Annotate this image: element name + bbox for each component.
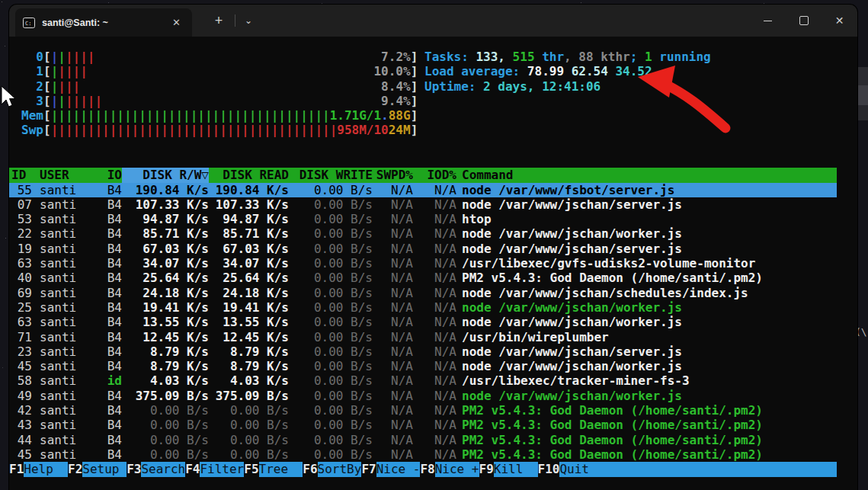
fkey-f4[interactable]: F4 <box>185 462 200 476</box>
column-header-disk-r-w-[interactable]: DISK R/W▽ <box>122 168 209 182</box>
process-row[interactable]: 53santiB494.87 K/s94.87 K/s0.00 B/sN/AN/… <box>9 212 837 226</box>
column-header-disk-write[interactable]: DISK WRITE <box>289 168 373 182</box>
process-row[interactable]: 19santiB467.03 K/s67.03 K/s0.00 B/sN/AN/… <box>9 242 837 256</box>
fkey-f10[interactable]: F10 <box>538 462 560 476</box>
cell: N/A <box>413 373 456 388</box>
fkey-f9[interactable]: F9 <box>479 462 494 476</box>
column-header-disk-read[interactable]: DISK READ <box>209 168 289 182</box>
minimize-button[interactable] <box>750 5 786 37</box>
cell: 0.00 B/s <box>289 403 373 418</box>
cell: node /var/www/jschan/worker.js <box>456 300 837 315</box>
process-row[interactable]: 63santiB413.55 K/s13.55 K/s0.00 B/sN/AN/… <box>9 315 837 329</box>
maximize-button[interactable] <box>786 5 822 37</box>
fkey-f2[interactable]: F2 <box>68 462 82 476</box>
fkey-label-search[interactable]: Search <box>141 462 185 476</box>
cell: 19 <box>9 242 32 256</box>
tab-dropdown-button[interactable]: ⌄ <box>239 12 258 29</box>
fkey-label-filter[interactable]: Filter <box>200 462 244 476</box>
htop-summary: Tasks: 133, 515 thr, 88 kthr; 1 runningL… <box>424 50 711 94</box>
fkey-label-kill[interactable]: Kill <box>494 462 538 476</box>
cell: B4 <box>97 433 122 447</box>
title-bar[interactable]: C: santi@Santi: ~ ✕ + ⌄ ✕ <box>9 5 857 37</box>
cell: N/A <box>373 197 413 212</box>
fkey-label-tree[interactable]: Tree <box>259 462 303 476</box>
cell: N/A <box>373 286 413 300</box>
process-row[interactable]: 69santiB424.18 K/s24.18 K/s0.00 B/sN/AN/… <box>9 286 837 300</box>
cell: N/A <box>373 315 413 329</box>
process-row[interactable]: 40santiB425.64 K/s25.64 K/s0.00 B/sN/AN/… <box>9 271 837 285</box>
fkey-label-quit[interactable]: Quit <box>559 462 604 476</box>
cell: N/A <box>413 447 456 462</box>
process-row[interactable]: 25santiB419.41 K/s19.41 K/s0.00 B/sN/AN/… <box>9 300 837 315</box>
cell: B4 <box>97 226 122 241</box>
cell: B4 <box>97 359 122 373</box>
process-row[interactable]: 71santiB412.45 K/s12.45 K/s0.00 B/sN/AN/… <box>9 330 837 344</box>
fkey-label-help[interactable]: Help <box>24 462 68 476</box>
fkey-label-sortby[interactable]: SortBy <box>318 462 362 476</box>
cell: santi <box>32 433 97 447</box>
process-row[interactable]: 43santiB40.00 B/s0.00 B/s0.00 B/sN/AN/AP… <box>9 418 837 432</box>
cell: 12.45 K/s <box>122 330 209 344</box>
cell: 67.03 K/s <box>209 242 289 256</box>
cell: 63 <box>9 256 32 271</box>
process-row[interactable]: 23santiB48.79 K/s8.79 K/s0.00 B/sN/AN/An… <box>9 344 837 359</box>
fkey-label-nice-[interactable]: Nice - <box>376 462 421 476</box>
fkey-f5[interactable]: F5 <box>244 462 258 476</box>
cell: 375.09 B/s <box>209 389 289 403</box>
meter-line: Swp[||||||||||||||||||||||||||||||||||||… <box>21 123 418 137</box>
column-header-swpd-[interactable]: SWPD% <box>373 168 413 182</box>
cell: /usr/bin/wireplumber <box>456 330 837 344</box>
cell: 0.00 B/s <box>289 344 373 359</box>
cell: 0.00 B/s <box>289 447 373 462</box>
cell: santi <box>32 197 97 212</box>
cell: 0.00 B/s <box>289 300 373 315</box>
cell: 23 <box>9 344 32 359</box>
cell: 19.41 K/s <box>122 300 209 315</box>
cell: 8.79 K/s <box>209 344 289 359</box>
column-header-io[interactable]: IO <box>97 168 122 182</box>
cell: N/A <box>413 256 456 271</box>
column-header-id[interactable]: ID <box>9 168 32 182</box>
fkey-f3[interactable]: F3 <box>127 462 141 476</box>
cell: N/A <box>373 183 413 197</box>
cell: N/A <box>373 433 413 447</box>
fkey-f1[interactable]: F1 <box>9 462 24 476</box>
process-row[interactable]: 22santiB485.71 K/s85.71 K/s0.00 B/sN/AN/… <box>9 226 837 241</box>
cell: N/A <box>413 344 456 359</box>
close-window-button[interactable]: ✕ <box>822 5 857 37</box>
fkey-f8[interactable]: F8 <box>420 462 434 476</box>
column-header-command[interactable]: Command <box>456 168 837 182</box>
fkey-label-setup[interactable]: Setup <box>82 462 127 476</box>
cell: santi <box>32 389 97 403</box>
fkey-label-nice-[interactable]: Nice + <box>435 462 479 476</box>
terminal-tab[interactable]: C: santi@Santi: ~ ✕ <box>15 8 192 37</box>
process-row[interactable]: 58santiid4.03 K/s4.03 K/s0.00 B/sN/AN/A/… <box>9 373 837 388</box>
column-header-user[interactable]: USER <box>32 168 97 182</box>
process-row[interactable]: 55santiB4190.84 K/s190.84 K/s0.00 B/sN/A… <box>9 183 837 197</box>
process-row[interactable]: 45santiB40.00 B/s0.00 B/s0.00 B/sN/AN/AP… <box>9 447 837 462</box>
process-row[interactable]: 44santiB40.00 B/s0.00 B/s0.00 B/sN/AN/AP… <box>9 433 837 447</box>
cell: node /var/www/jschan/schedules/index.js <box>456 286 837 300</box>
column-header-iod-[interactable]: IOD% <box>413 168 456 182</box>
cell: N/A <box>373 418 413 432</box>
cell: 0.00 B/s <box>122 418 209 432</box>
process-row[interactable]: 63santiB434.07 K/s34.07 K/s0.00 B/sN/AN/… <box>9 256 837 271</box>
process-row[interactable]: 42santiB40.00 B/s0.00 B/s0.00 B/sN/AN/AP… <box>9 403 837 418</box>
cell: 0.00 B/s <box>289 271 373 285</box>
cell: 34.07 K/s <box>209 256 289 271</box>
new-tab-button[interactable]: + <box>209 11 229 30</box>
process-row[interactable]: 49santiB4375.09 B/s375.09 B/s0.00 B/sN/A… <box>9 389 837 403</box>
process-row[interactable]: 45santiB48.79 K/s8.79 K/s0.00 B/sN/AN/An… <box>9 359 837 373</box>
terminal-content[interactable]: 0[||||||7.2%]1[|||||10.0%]2[||||8.4%]3[|… <box>9 37 857 490</box>
cell: santi <box>32 183 97 197</box>
maximize-icon <box>799 16 809 25</box>
cell: B4 <box>97 242 122 256</box>
fkey-f7[interactable]: F7 <box>361 462 376 476</box>
cell: N/A <box>373 403 413 418</box>
process-row[interactable]: 07santiB4107.33 K/s107.33 K/s0.00 B/sN/A… <box>9 197 837 212</box>
fkey-f6[interactable]: F6 <box>303 462 317 476</box>
cell: santi <box>32 242 97 256</box>
close-tab-icon[interactable]: ✕ <box>168 15 184 30</box>
cell: 0.00 B/s <box>122 447 209 462</box>
cell: 0.00 B/s <box>122 403 209 418</box>
